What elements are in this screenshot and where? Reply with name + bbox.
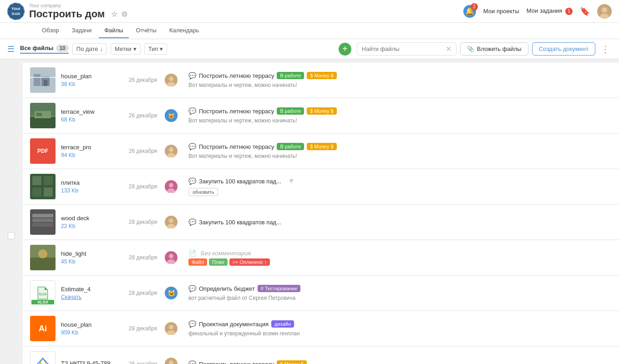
file-size: 68 Kb xyxy=(61,116,125,123)
file-name: house_plan xyxy=(61,73,125,80)
add-file-button[interactable]: + xyxy=(339,43,351,56)
comment-icon: 💬 xyxy=(188,285,196,292)
svg-text:XLSX: XLSX xyxy=(39,293,47,296)
sort-by-date-button[interactable]: По дате ↓ xyxy=(72,43,107,55)
svg-rect-7 xyxy=(44,80,47,86)
toolbar: ☰ Все файлы 10 По дате ↓ Метки ▾ Тип ▾ +… xyxy=(0,39,619,59)
tags-filter-button[interactable]: Метки ▾ xyxy=(111,43,141,55)
file-date: 28 декабря xyxy=(125,183,161,190)
file-thumbnail: PDF xyxy=(30,138,56,164)
user-avatar-small xyxy=(165,322,178,335)
type-filter-button[interactable]: Тип ▾ xyxy=(144,43,167,55)
file-task: 💬 Построить летнюю террасу $ Money $ xyxy=(185,360,612,364)
table-row: PDF terrace_pro 94 Kb 26 декабря 💬 Постр… xyxy=(23,134,619,169)
table-row: XLSX XLSX Estimate_4 Скачать 28 декабря … xyxy=(23,276,619,311)
svg-point-38 xyxy=(38,249,47,258)
tag-plan: План xyxy=(209,258,228,266)
file-date: 28 декабря xyxy=(125,290,161,296)
task-name-empty: Без комментария xyxy=(201,250,251,257)
star-icon[interactable]: ☆ xyxy=(111,10,117,19)
user-avatar-small xyxy=(165,251,178,264)
toolbar-right: + ✕ 📎 Вложить файлы Создать документ ⋮ xyxy=(339,42,612,56)
bookmark-icon[interactable]: 🔖 xyxy=(580,6,590,16)
sidebar-space xyxy=(0,59,23,364)
task-main: 💬 Построить летнюю террасу В работе $ Mo… xyxy=(188,143,337,150)
money-badge: $ Money $ xyxy=(277,360,306,364)
tags-row: Файл План >> Оплачено ↑ xyxy=(188,258,270,266)
comment-icon: 💬 xyxy=(188,143,196,150)
file-info: ТЗ НКП3 9-45-789 xyxy=(61,360,125,364)
file-task: 💬 Определить бюджет # Тестирование вот р… xyxy=(185,285,612,301)
search-clear-icon[interactable]: ✕ xyxy=(446,45,452,53)
table-row: house_plan 38 Kb 26 декабря 💬 Построить … xyxy=(23,63,619,98)
file-name: terrace_pro xyxy=(61,144,125,151)
update-button[interactable]: обновить xyxy=(188,188,218,196)
task-main: 💬 Закупить 100 квадратов пад... ▼ xyxy=(188,177,295,185)
file-info: Estimate_4 Скачать xyxy=(61,286,125,300)
file-task: 📄 Без комментария Файл План >> Оплачено … xyxy=(185,249,612,266)
comment-icon: 💬 xyxy=(188,360,196,364)
task-name: Закупить 100 квадратов пад... xyxy=(199,178,281,185)
filter-icon[interactable]: ▼ xyxy=(288,177,295,185)
task-name: Закупить 100 квадратов пад... xyxy=(199,219,281,226)
file-name: плитка xyxy=(61,179,125,186)
status-badge-inwork: В работе xyxy=(277,143,304,150)
task-main: 💬 Закупить 100 квадратов пад... xyxy=(188,218,281,226)
task-main: 💬 Проектная документация дизайн xyxy=(188,320,294,328)
comment-icon: 💬 xyxy=(188,218,196,226)
all-files-button[interactable]: Все файлы 10 xyxy=(20,45,69,54)
svg-rect-22 xyxy=(32,176,41,185)
my-tasks-link[interactable]: Мои задания 1 xyxy=(527,7,573,15)
table-row: Ai house_plan 959 Kb 28 декабря 💬 Проект… xyxy=(23,311,619,346)
file-info: terrace_pro 94 Kb xyxy=(61,144,125,158)
status-badge-inwork: В работе xyxy=(277,72,304,79)
svg-rect-24 xyxy=(32,187,41,197)
svg-rect-37 xyxy=(30,258,56,270)
row-checkbox[interactable] xyxy=(8,232,15,239)
company-title: Your company Построить дом ☆ ⚙ xyxy=(29,3,127,20)
task-comment: Вот материалы и чертеж, можно начинать! xyxy=(188,153,297,159)
svg-rect-4 xyxy=(34,74,41,86)
table-row: ТЗ НКП3 9-45-789 28 декабря 💬 Построить … xyxy=(23,347,619,364)
file-name: wood deck xyxy=(61,215,125,222)
top-bar: Youricon Your company Построить дом ☆ ⚙ … xyxy=(0,0,619,23)
task-name: Построить летнюю террасу xyxy=(199,143,274,150)
tab-calendar[interactable]: Календарь xyxy=(164,23,205,38)
search-input[interactable] xyxy=(362,46,444,52)
svg-rect-32 xyxy=(32,214,53,217)
comment-icon: 💬 xyxy=(188,107,196,115)
more-options-button[interactable]: ⋮ xyxy=(599,44,612,55)
attach-files-button[interactable]: 📎 Вложить файлы xyxy=(460,42,528,56)
file-date: 28 декабря xyxy=(125,219,161,225)
task-main: 💬 Построить летнюю террасу $ Money $ xyxy=(188,360,307,364)
table-row: terrace_view 68 Kb 26 декабря 🐱 💬 Постро… xyxy=(23,98,619,133)
tab-overview[interactable]: Обзор xyxy=(36,23,65,38)
comment-icon: 💬 xyxy=(188,72,196,79)
list-view-icon[interactable]: ☰ xyxy=(7,44,15,54)
create-document-button[interactable]: Создать документ xyxy=(532,42,595,56)
task-main: 💬 Построить летнюю террасу В работе $ Mo… xyxy=(188,72,337,79)
file-user xyxy=(165,322,181,335)
file-size: 45 Kb xyxy=(61,258,125,265)
tab-tasks[interactable]: Задачи xyxy=(66,23,97,38)
search-area: ✕ xyxy=(357,42,457,56)
drive-thumb xyxy=(30,351,56,364)
file-date: 26 декабря xyxy=(125,77,161,83)
file-task: 💬 Проектная документация дизайн финальны… xyxy=(185,320,612,337)
svg-point-27 xyxy=(169,183,173,187)
task-main: 💬 Определить бюджет # Тестирование xyxy=(188,285,300,292)
tab-files[interactable]: Файлы xyxy=(99,23,128,38)
user-avatar-small xyxy=(165,180,178,193)
tab-reports[interactable]: Отчёты xyxy=(131,23,162,38)
my-projects-link[interactable]: Мои проекты xyxy=(483,8,519,15)
file-download-link[interactable]: Скачать xyxy=(61,294,125,300)
notifications-button[interactable]: 🔔 2 xyxy=(463,5,476,18)
gear-icon[interactable]: ⚙ xyxy=(121,10,127,19)
user-avatar[interactable] xyxy=(597,4,612,19)
file-info: плитка 133 Kb xyxy=(61,179,125,194)
task-comment: Вот материалы и чертеж, можно начинать! xyxy=(188,82,297,88)
table-row: плитка 133 Kb 28 декабря 💬 Закупить 100 … xyxy=(23,169,619,204)
svg-point-34 xyxy=(169,218,173,223)
task-name: Проектная документация xyxy=(199,321,269,328)
file-size: 22 Kb xyxy=(61,223,125,229)
